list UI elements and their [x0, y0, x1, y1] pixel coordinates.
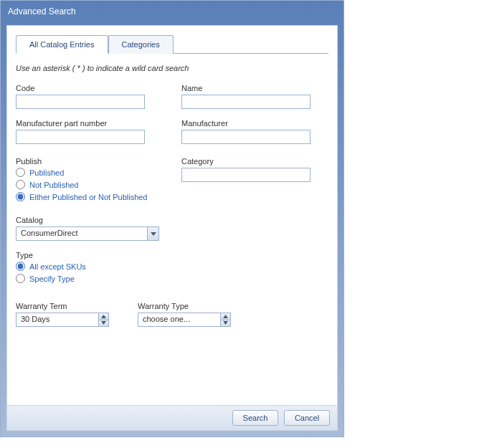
publish-not-published-label[interactable]: Not Published	[29, 181, 79, 189]
name-input[interactable]	[181, 95, 311, 109]
manufacturer-label: Manufacturer	[181, 119, 328, 128]
type-specify-radio[interactable]	[16, 274, 25, 283]
search-button[interactable]: Search	[232, 410, 278, 426]
code-input[interactable]	[16, 95, 145, 109]
publish-not-published-radio[interactable]	[16, 180, 25, 189]
warranty-type-label: Warranty Type	[138, 302, 231, 310]
manufacturer-part-number-label: Manufacturer part number	[16, 119, 163, 128]
advanced-search-window: Advanced Search All Catalog Entries Cate…	[0, 0, 344, 437]
svg-marker-2	[101, 321, 106, 325]
spinner-down-icon[interactable]	[99, 320, 108, 327]
spinner-up-icon[interactable]	[221, 313, 230, 320]
button-bar: Search Cancel	[6, 405, 338, 431]
type-label: Type	[16, 251, 328, 259]
content-panel: All Catalog Entries Categories Use an as…	[6, 25, 338, 405]
window-title: Advanced Search	[1, 1, 344, 25]
type-all-except-skus-radio[interactable]	[16, 262, 25, 271]
catalog-select[interactable]: ConsumerDirect	[16, 227, 159, 241]
svg-marker-3	[223, 315, 228, 318]
code-label: Code	[16, 84, 163, 92]
tab-all-catalog-entries[interactable]: All Catalog Entries	[16, 35, 108, 54]
catalog-label: Catalog	[16, 216, 328, 224]
warranty-type-spinner[interactable]: choose one...	[138, 313, 231, 327]
svg-marker-1	[101, 315, 106, 318]
publish-either-radio[interactable]	[16, 192, 25, 201]
type-specify-label[interactable]: Specify Type	[29, 275, 75, 283]
category-input[interactable]	[181, 168, 311, 182]
publish-published-radio[interactable]	[16, 168, 25, 177]
warranty-type-value: choose one...	[138, 313, 220, 326]
publish-either-label[interactable]: Either Published or Not Published	[29, 193, 147, 201]
tab-categories[interactable]: Categories	[108, 35, 174, 54]
warranty-term-value: 30 Days	[16, 313, 98, 326]
name-label: Name	[181, 84, 328, 92]
hint-text: Use an asterisk ( * ) to indicate a wild…	[16, 64, 328, 72]
type-all-except-skus-label[interactable]: All except SKUs	[29, 262, 86, 271]
publish-label: Publish	[16, 157, 163, 166]
cancel-button[interactable]: Cancel	[284, 410, 330, 426]
warranty-term-label: Warranty Term	[16, 302, 109, 310]
dropdown-icon[interactable]	[147, 227, 158, 240]
publish-radio-group: Published Not Published Either Published…	[16, 168, 163, 201]
manufacturer-input[interactable]	[181, 130, 311, 144]
svg-marker-4	[223, 321, 228, 325]
manufacturer-part-number-input[interactable]	[16, 130, 145, 144]
publish-published-label[interactable]: Published	[29, 168, 64, 177]
type-radio-group: All except SKUs Specify Type	[16, 262, 328, 283]
category-label: Category	[181, 157, 328, 166]
spinner-up-icon[interactable]	[99, 313, 108, 320]
catalog-select-value: ConsumerDirect	[16, 227, 147, 240]
spinner-down-icon[interactable]	[221, 320, 230, 327]
tabs: All Catalog Entries Categories	[16, 34, 328, 54]
warranty-term-spinner[interactable]: 30 Days	[16, 313, 109, 327]
svg-marker-0	[151, 232, 156, 236]
